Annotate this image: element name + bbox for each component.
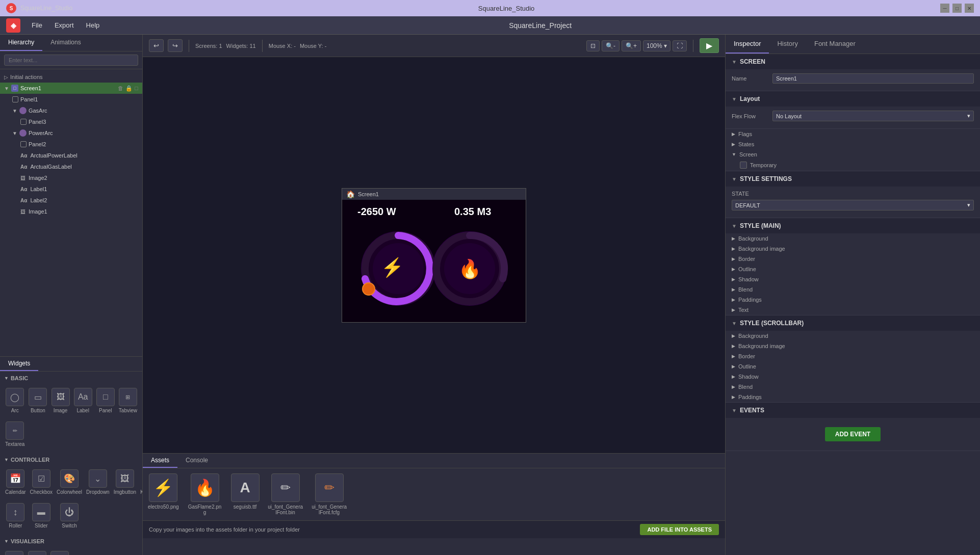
tree-item-panel2[interactable]: Panel2	[16, 139, 142, 150]
widget-label[interactable]: Aa Label	[73, 385, 93, 416]
sb-background-image-item[interactable]: ▶ Background image	[726, 341, 980, 351]
name-field-input[interactable]	[772, 73, 974, 84]
menu-export[interactable]: Export	[49, 19, 79, 31]
screen-item[interactable]: ▼ Screen	[726, 149, 980, 160]
delete-icon[interactable]: 🗑	[118, 85, 123, 92]
widget-dropdown[interactable]: ⌄ Dropdown	[85, 466, 111, 498]
menu-help[interactable]: Help	[81, 19, 105, 31]
asset-generalfont-fcfg[interactable]: ✏ ui_font_GeneralFont.fcfg	[312, 473, 347, 515]
close-button[interactable]: ✕	[965, 4, 974, 13]
screen-section-content: Name	[726, 69, 980, 91]
tab-hierarchy[interactable]: Hierarchy	[0, 35, 42, 51]
style-scrollbar-header[interactable]: ▼ STYLE (SCROLLBAR)	[726, 315, 980, 331]
tab-widgets[interactable]: Widgets	[0, 357, 38, 371]
border-item[interactable]: ▶ Border	[726, 254, 980, 264]
widget-image[interactable]: 🖼 Image	[50, 385, 70, 416]
widget-imgbutton[interactable]: 🖼 Imgbutton	[113, 466, 137, 498]
section-visualiser-title[interactable]: ▼ VISUALISER	[2, 537, 140, 546]
asset-seguisb[interactable]: A seguisb.ttf	[231, 473, 260, 510]
tree-item-label1[interactable]: Aα Label1	[16, 183, 142, 195]
tree-item-screen1[interactable]: ▼ □ Screen1 🗑 🔒 □	[0, 83, 142, 94]
blend-item[interactable]: ▶ Blend	[726, 284, 980, 295]
add-file-button[interactable]: ADD FILE INTO ASSETS	[640, 524, 719, 535]
zoom-out-button[interactable]: 🔍-	[602, 40, 620, 51]
screen-canvas[interactable]: -2650 W 0.35 M3 ⚡	[342, 200, 526, 322]
widget-arc[interactable]: ◯ Arc	[4, 385, 25, 416]
tree-item-powerarc[interactable]: ▼ PowerArc	[8, 127, 142, 139]
app-logo: ◈	[6, 18, 20, 33]
search-input[interactable]	[4, 55, 138, 66]
sb-paddings-item[interactable]: ▶ Paddings	[726, 392, 980, 402]
add-event-button[interactable]: ADD EVENT	[825, 427, 881, 441]
widget-roller[interactable]: ↕ Roller	[4, 500, 27, 532]
menu-file[interactable]: File	[27, 19, 47, 31]
widget-tabview[interactable]: ⊞ Tabview	[118, 385, 138, 416]
visibility-icon[interactable]: □	[135, 85, 138, 92]
tree-item-arctual-gas-label[interactable]: Aα ArctualGasLabel	[16, 161, 142, 172]
widget-slider[interactable]: ▬ Slider	[29, 500, 54, 532]
tab-assets[interactable]: Assets	[143, 454, 177, 468]
zoom-in-button[interactable]: 🔍+	[622, 40, 641, 51]
section-basic-title[interactable]: ▼ BASIC	[2, 374, 140, 383]
widget-checkbox[interactable]: ☑ Checkbox	[29, 466, 54, 498]
widget-panel[interactable]: □ Panel	[95, 385, 116, 416]
outline-item[interactable]: ▶ Outline	[726, 264, 980, 274]
widget-textarea[interactable]: ✏ Textarea	[4, 418, 25, 450]
sb-outline-item[interactable]: ▶ Outline	[726, 361, 980, 372]
text-item[interactable]: ▶ Text	[726, 305, 980, 315]
tree-item-image2[interactable]: 🖼 Image2	[16, 172, 142, 183]
lock-icon[interactable]: 🔒	[125, 85, 133, 92]
state-select[interactable]: DEFAULT ▾	[732, 200, 974, 210]
screen-section-header[interactable]: ▼ SCREEN	[726, 54, 980, 69]
widget-colorwheel[interactable]: 🎨 Colorwheel	[56, 466, 83, 498]
background-image-item[interactable]: ▶ Background image	[726, 244, 980, 254]
states-item[interactable]: ▶ States	[726, 139, 980, 149]
tree-item-label2[interactable]: Aα Label2	[16, 195, 142, 206]
tree-item-panel3[interactable]: Panel3	[16, 116, 142, 127]
tab-animations[interactable]: Animations	[42, 35, 89, 51]
paddings-item[interactable]: ▶ Paddings	[726, 295, 980, 305]
undo-button[interactable]: ↩	[149, 39, 164, 52]
style-main-header[interactable]: ▼ STYLE (MAIN)	[726, 218, 980, 233]
redo-button[interactable]: ↪	[168, 39, 183, 52]
asset-electro50[interactable]: ⚡ electro50.png	[148, 473, 179, 510]
tree-item-panel1[interactable]: Panel1	[8, 94, 142, 105]
flags-item[interactable]: ▶ Flags	[726, 129, 980, 139]
minimize-button[interactable]: ─	[940, 4, 949, 13]
widget-keyboard[interactable]: ⌨ Keyboard	[139, 466, 142, 498]
tab-inspector[interactable]: Inspector	[726, 35, 769, 54]
widget-calendar[interactable]: 📅 Calendar	[4, 466, 27, 498]
tab-console[interactable]: Console	[177, 454, 216, 468]
sb-shadow-item[interactable]: ▶ Shadow	[726, 372, 980, 382]
flex-flow-select[interactable]: No Layout ▾	[772, 111, 974, 121]
tree-item-gasarc[interactable]: ▼ GasArc	[8, 105, 142, 116]
section-title: EVENTS	[740, 407, 764, 414]
layout-section-header[interactable]: ▼ Layout	[726, 91, 980, 107]
tab-font-manager[interactable]: Font Manager	[806, 35, 864, 54]
widget-chart[interactable]: 📊 Chart	[27, 548, 48, 555]
shadow-item[interactable]: ▶ Shadow	[726, 274, 980, 284]
sb-background-item[interactable]: ▶ Background	[726, 331, 980, 341]
events-header[interactable]: ▼ EVENTS	[726, 403, 980, 418]
section-controller-title[interactable]: ▼ CONTROLLER	[2, 455, 140, 464]
fit-screen-button[interactable]: ⊡	[586, 40, 600, 51]
sb-border-item[interactable]: ▶ Border	[726, 351, 980, 361]
temporary-checkbox[interactable]	[740, 162, 747, 169]
tree-item-initial-actions[interactable]: ▷ Initial actions	[0, 71, 142, 83]
tree-item-arctual-power-label[interactable]: Aα ArctualPowerLabel	[16, 150, 142, 161]
asset-generalfont-bin[interactable]: ✏ ui_font_GeneralFont.bin	[268, 473, 303, 515]
maximize-button[interactable]: □	[952, 4, 962, 13]
zoom-select[interactable]: 100% ▾	[643, 40, 670, 51]
widget-bar[interactable]: ▬ Bar	[4, 548, 25, 555]
widget-spinner[interactable]: ↻ Spinner	[49, 548, 70, 555]
widget-button[interactable]: ▭ Button	[28, 385, 48, 416]
tree-item-image1[interactable]: 🖼 Image1	[16, 206, 142, 217]
tab-history[interactable]: History	[769, 35, 806, 54]
widget-switch[interactable]: ⏻ Switch	[56, 500, 83, 532]
style-settings-header[interactable]: ▼ STYLE SETTINGS	[726, 171, 980, 187]
asset-gasflame2[interactable]: 🔥 GasFlame2.png	[187, 473, 223, 515]
background-item[interactable]: ▶ Background	[726, 233, 980, 244]
sb-blend-item[interactable]: ▶ Blend	[726, 382, 980, 392]
fullscreen-button[interactable]: ⛶	[673, 40, 687, 51]
play-button[interactable]: ▶	[700, 38, 719, 53]
